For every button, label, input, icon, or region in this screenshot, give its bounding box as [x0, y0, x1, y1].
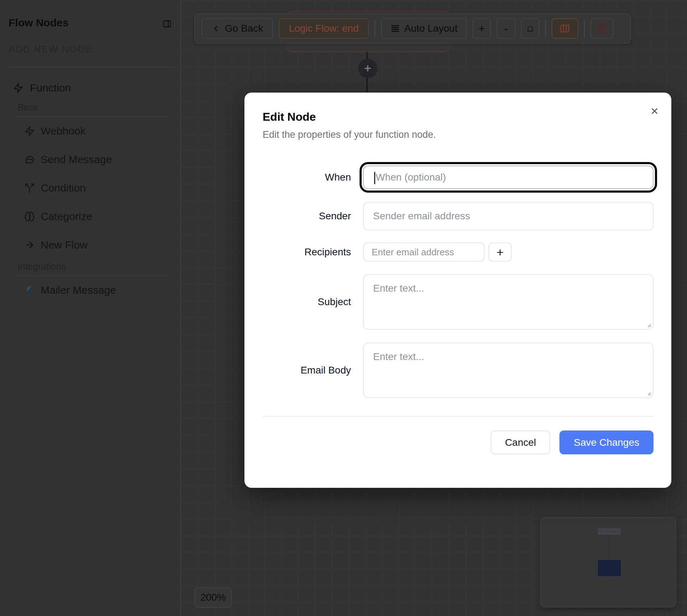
- chevron-left-icon: [211, 24, 221, 33]
- flow-name-badge[interactable]: Logic Flow: end: [279, 18, 368, 39]
- sidebar-item-label: Mailer Message: [41, 284, 116, 296]
- zap-icon: [13, 83, 24, 93]
- subject-label: Subject: [263, 296, 351, 308]
- toolbar-separator: [584, 20, 585, 37]
- mailer-bolt-icon: [24, 285, 35, 296]
- add-new-node-label: ADD NEW NODE: [9, 45, 172, 53]
- menu-lines-icon: [390, 24, 400, 33]
- zoom-level-badge[interactable]: 200%: [194, 587, 232, 608]
- zoom-out-button[interactable]: -: [497, 18, 515, 39]
- flow-nodes-sidebar: Flow Nodes ADD NEW NODE Function Base We…: [0, 0, 181, 616]
- recipients-row: Recipients +: [263, 242, 654, 262]
- zoom-in-label: +: [479, 22, 485, 35]
- section-label-base: Base: [9, 103, 172, 111]
- auto-layout-button[interactable]: Auto Layout: [381, 18, 467, 39]
- sidebar-item-label: Webhook: [41, 125, 86, 137]
- edit-node-form: When Sender Recipients + Subject: [263, 166, 654, 398]
- zoom-level-value: 200%: [200, 592, 226, 603]
- auto-layout-label: Auto Layout: [404, 23, 458, 34]
- email-body-textarea[interactable]: [363, 343, 654, 398]
- close-dialog-button[interactable]: [650, 106, 659, 116]
- go-back-button[interactable]: Go Back: [201, 18, 273, 39]
- sidebar-item-condition[interactable]: Condition: [9, 174, 172, 202]
- edit-node-dialog: Edit Node Edit the properties of your fu…: [244, 93, 671, 488]
- sidebar-title: Flow Nodes: [9, 17, 68, 28]
- map-icon: [559, 23, 570, 34]
- panel-toggle-icon[interactable]: [162, 19, 172, 28]
- resize-handle-icon[interactable]: [645, 321, 651, 328]
- canvas-toolbar: Go Back Logic Flow: end Auto Layout + -: [194, 13, 631, 44]
- go-back-label: Go Back: [225, 23, 263, 34]
- dialog-actions: Cancel Save Changes: [263, 430, 654, 454]
- sender-input[interactable]: [363, 202, 654, 230]
- toolbar-separator: [375, 20, 375, 37]
- sidebar-divider: [9, 67, 172, 67]
- text-caret: [374, 172, 375, 184]
- minimap-toggle-button[interactable]: [552, 18, 578, 39]
- toolbar-separator: [545, 20, 546, 37]
- recipient-email-input[interactable]: [363, 242, 485, 262]
- cancel-button[interactable]: Cancel: [491, 430, 550, 454]
- sidebar-item-function[interactable]: Function: [9, 77, 172, 99]
- sender-label: Sender: [263, 210, 351, 222]
- fit-view-button[interactable]: [521, 18, 539, 39]
- resize-handle-icon[interactable]: [645, 390, 651, 396]
- when-input[interactable]: [364, 166, 653, 188]
- flow-name-label: Logic Flow: end: [289, 23, 358, 34]
- sidebar-item-mailer-message[interactable]: Mailer Message: [9, 276, 172, 304]
- arrow-right-icon: [24, 240, 35, 250]
- sidebar-item-label: New Flow: [41, 239, 88, 251]
- recipients-label: Recipients: [263, 246, 351, 258]
- brain-icon: [24, 211, 35, 222]
- email-body-label: Email Body: [263, 365, 351, 376]
- sidebar-item-label: Condition: [41, 182, 86, 194]
- sidebar-item-new-flow[interactable]: Mailer Message New Flow: [9, 231, 172, 259]
- sender-row: Sender: [263, 202, 654, 230]
- dialog-subtitle: Edit the properties of your function nod…: [263, 130, 654, 140]
- subject-textarea[interactable]: [363, 274, 654, 330]
- sidebar-item-label: Categorize: [41, 210, 92, 223]
- dialog-title: Edit Node: [263, 110, 654, 123]
- minimap-panel[interactable]: [540, 517, 676, 607]
- trash-icon: [597, 24, 607, 33]
- dialog-footer-divider: [263, 416, 654, 417]
- message-circle-icon: [24, 154, 35, 165]
- add-recipient-button[interactable]: +: [489, 242, 512, 262]
- email-body-row: Email Body: [263, 343, 654, 398]
- when-row: When: [263, 166, 654, 189]
- sidebar-item-label: Send Message: [41, 153, 112, 166]
- sidebar-item-categorize[interactable]: Categorize: [9, 202, 172, 231]
- subject-row: Subject: [263, 274, 654, 330]
- add-node-on-edge-button[interactable]: [358, 59, 377, 78]
- zap-icon: [24, 126, 35, 136]
- zoom-in-button[interactable]: +: [472, 18, 491, 39]
- when-field-focus-ring: [363, 166, 654, 189]
- add-node-icon: [363, 64, 372, 73]
- pentagon-home-icon: [526, 24, 534, 33]
- minimap-viewport-rect[interactable]: [586, 531, 654, 580]
- when-label: When: [263, 172, 351, 183]
- save-changes-button[interactable]: Save Changes: [559, 430, 654, 454]
- delete-button[interactable]: [590, 18, 614, 39]
- sidebar-header: Flow Nodes: [9, 17, 172, 28]
- sidebar-item-send-message[interactable]: Send Message: [9, 145, 172, 174]
- close-icon: [650, 106, 659, 116]
- zoom-out-label: -: [504, 22, 508, 35]
- split-icon: [24, 183, 35, 193]
- sidebar-item-webhook[interactable]: Webhook: [9, 117, 172, 145]
- sidebar-item-label: Function: [30, 82, 71, 94]
- section-label-integrations: Integrations: [9, 262, 172, 270]
